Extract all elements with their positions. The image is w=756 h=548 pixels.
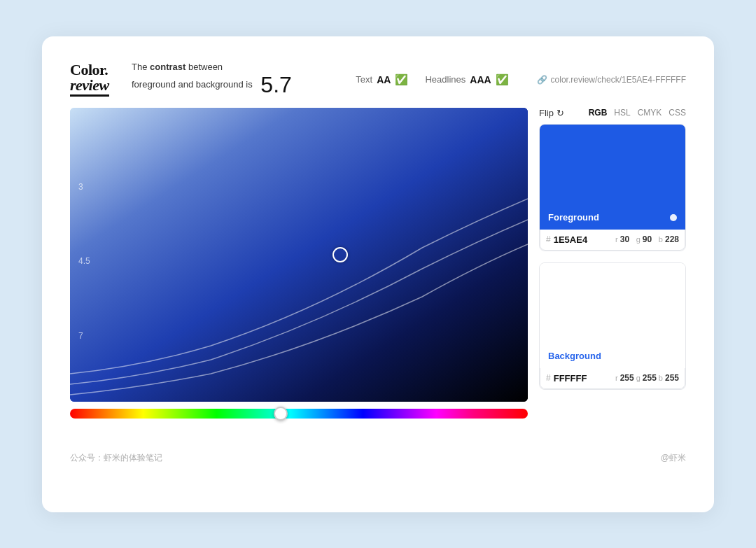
url-text: color.review/check/1E5AE4-FFFFFF xyxy=(551,75,686,85)
headlines-badge-group: Headlines AAA ✅ xyxy=(425,73,508,86)
header: Color. review The contrast betweenforegr… xyxy=(70,62,686,98)
bg-b-value: 255 xyxy=(665,373,679,383)
fg-g-value: 90 xyxy=(643,234,657,244)
background-label: Background xyxy=(548,351,601,361)
contrast-info: The contrast betweenforeground and backg… xyxy=(132,62,333,98)
logo-color-text: Color. xyxy=(70,62,108,78)
headlines-check-icon: ✅ xyxy=(496,73,509,86)
panel-header: Flip ↻ RGB HSL CMYK CSS xyxy=(539,108,686,118)
background-inputs: # r 255 g 255 b 255 xyxy=(540,368,685,389)
text-label: Text xyxy=(356,74,372,85)
color-cursor[interactable] xyxy=(332,247,348,262)
background-rgb: r 255 g 255 b 255 xyxy=(615,373,679,383)
foreground-label: Foreground xyxy=(548,212,599,223)
contrast-prefix: The xyxy=(132,62,150,72)
fg-r-label: r xyxy=(615,235,618,244)
footer-left: 公众号：虾米的体验笔记 xyxy=(70,452,162,464)
bg-g-value: 255 xyxy=(643,373,657,383)
foreground-dot xyxy=(670,214,677,221)
color-modes: RGB HSL CMYK CSS xyxy=(589,108,686,118)
hue-slider-track[interactable] xyxy=(70,409,528,419)
footer-bar: 公众号：虾米的体验笔记 @虾米 xyxy=(70,444,686,464)
contrast-labels: 3 4.5 7 xyxy=(78,108,90,402)
bg-r-label: r xyxy=(615,374,618,382)
canvas-area: 3 4.5 7 xyxy=(70,108,528,421)
headlines-badge: AAA xyxy=(470,74,491,85)
foreground-inputs: # r 30 g 90 b 228 xyxy=(540,230,685,251)
contrast-value: 5.7 xyxy=(260,72,291,97)
logo-review-text: review xyxy=(70,78,109,93)
right-panel: Flip ↻ RGB HSL CMYK CSS Foreground # xyxy=(539,108,686,421)
fg-hash: # xyxy=(546,234,551,244)
badges: Text AA ✅ Headlines AAA ✅ 🔗 color.review… xyxy=(356,73,686,86)
background-hex-input[interactable] xyxy=(554,373,594,384)
text-check-icon: ✅ xyxy=(395,73,408,86)
headlines-label: Headlines xyxy=(425,74,465,85)
fg-r-value: 30 xyxy=(620,234,634,244)
contrast-level-3: 3 xyxy=(78,182,90,192)
text-badge-group: Text AA ✅ xyxy=(356,73,408,86)
main-content: 3 4.5 7 Flip ↻ xyxy=(70,108,686,421)
bg-hash: # xyxy=(546,373,551,383)
flip-button[interactable]: Flip ↻ xyxy=(539,108,564,118)
mode-rgb[interactable]: RGB xyxy=(589,108,608,118)
url-link[interactable]: 🔗 color.review/check/1E5AE4-FFFFFF xyxy=(537,75,686,85)
color-canvas[interactable]: 3 4.5 7 xyxy=(70,108,528,402)
refresh-icon: ↻ xyxy=(556,108,564,118)
contrast-bold: contrast xyxy=(150,62,186,72)
hue-thumb[interactable] xyxy=(274,407,288,421)
footer-right: @虾米 xyxy=(661,452,686,464)
mode-css[interactable]: CSS xyxy=(668,108,686,118)
bg-r-value: 255 xyxy=(620,373,634,383)
contrast-level-7: 7 xyxy=(78,331,90,341)
foreground-preview[interactable]: Foreground xyxy=(540,125,685,230)
text-badge: AA xyxy=(377,74,391,85)
mode-hsl[interactable]: HSL xyxy=(614,108,630,118)
main-card: Color. review The contrast betweenforegr… xyxy=(42,36,714,512)
bg-b-label: b xyxy=(659,374,663,382)
foreground-rgb: r 30 g 90 b 228 xyxy=(615,234,679,244)
logo: Color. review xyxy=(70,62,109,97)
foreground-hex-input[interactable] xyxy=(554,234,594,245)
hue-slider-wrap[interactable] xyxy=(70,409,528,421)
fg-g-label: g xyxy=(636,235,640,244)
contrast-curves-svg xyxy=(70,108,528,402)
bg-g-label: g xyxy=(636,374,640,382)
background-swatch-box: Background # r 255 g 255 b 255 xyxy=(539,262,686,390)
contrast-level-45: 4.5 xyxy=(78,256,90,266)
mode-cmyk[interactable]: CMYK xyxy=(638,108,662,118)
link-icon: 🔗 xyxy=(537,75,547,85)
fg-b-value: 228 xyxy=(665,234,679,244)
flip-label: Flip xyxy=(539,108,554,118)
logo-underline xyxy=(70,94,109,97)
svg-rect-0 xyxy=(70,108,528,402)
foreground-swatch-box: Foreground # r 30 g 90 b 228 xyxy=(539,124,686,251)
background-preview[interactable]: Background xyxy=(540,263,685,368)
fg-b-label: b xyxy=(659,235,663,244)
